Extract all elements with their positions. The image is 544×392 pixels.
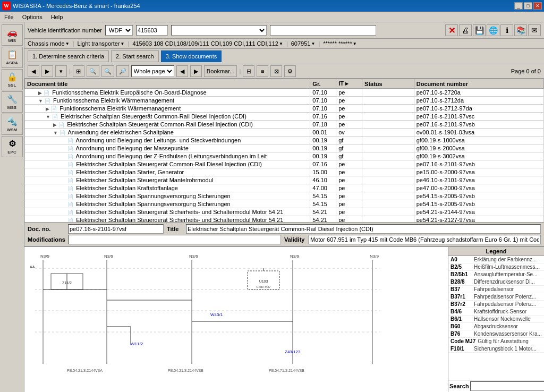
table-row[interactable]: ▼ 📄 Anwendung der elektrischen Schaltplä… [25,129,544,137]
svg-text:PE.54.71.S.2144VSB: PE.54.71.S.2144VSB [269,369,304,372]
zoom-out-button[interactable]: 🔍 [101,65,114,77]
zoom-select[interactable]: Whole page 50% 75% 100% 125% 150% [131,65,174,77]
network-button[interactable]: 🌐 [487,24,499,36]
table-row[interactable]: 📄 Elektrischer Schaltplan Spannungsverso… [25,192,544,200]
legend-item[interactable]: B4/6 Kraftstoffdruck-Sensor [448,308,544,316]
print-button[interactable]: 🖨 [459,24,472,36]
sidebar-item-mss[interactable]: 🔧 MSS [2,91,23,113]
chassis-mode-label: Chassis mode [28,40,65,47]
table-row[interactable]: ▶ 📄 Elektrischer Schaltplan Steuergerät … [25,121,544,129]
svg-text:N3/9: N3/9 [40,254,49,259]
table-wrapper[interactable]: Document title Gr. IT ▸ Status Document … [24,79,544,222]
col-status[interactable]: Status [362,79,414,89]
table-row[interactable]: 📄 Elektrischer Schaltplan Steuergerät Si… [25,216,544,223]
legend-item[interactable]: B28/8 Differenzdrucksensor Di... [448,278,544,286]
col-title[interactable]: Document title [25,79,310,89]
save-button[interactable]: 💾 [473,24,486,36]
table-row[interactable]: 📄 Anordnung und Belegung der Leitungs- u… [25,137,544,144]
vehicle-type-dropdown[interactable]: Light transporter ▼ [77,40,124,47]
table-row[interactable]: ▶ 📄 Funktionsschema Elektrik Europäische… [25,89,544,97]
legend-item[interactable]: B37 Fahrpedalsensor [448,286,544,293]
model-dropdown[interactable]: 415603 108 CDI,108/109/111 CDI,109 CDI,1… [132,40,283,47]
back-button[interactable]: ◀ [28,65,39,77]
mail-button[interactable]: ✉ [528,24,541,36]
legend-item[interactable]: B60 Abgasdrucksensor [448,323,544,330]
page-info: Page 0 of 0 [511,68,541,74]
vehicle-prefix-select[interactable]: WDF [105,25,133,36]
vehicle-extra-select[interactable] [171,25,267,36]
steps-toolbar: 1. Determine search criteria 2. Start se… [24,49,544,64]
settings-button[interactable]: ⚙ [284,65,296,77]
svg-text:W11/2: W11/2 [131,342,143,346]
table-row[interactable]: 📄 Elektrischer Schaltplan Spannungsverso… [25,200,544,208]
preview-canvas[interactable]: N3/9 N3/9 N3/9 N3/9 N3/9 [24,247,448,392]
table-row[interactable]: 📄 Elektrischer Schaltplan Steuergerät Ma… [25,176,544,184]
maximize-button[interactable]: □ [524,2,532,10]
legend-item[interactable]: A0 Erklärung der Farbkennz... [448,256,544,263]
col-gr[interactable]: Gr. [310,79,336,89]
clear-button[interactable]: ✕ [445,24,458,36]
table-row[interactable]: 📄 Anordnung und Belegung der Massepunkte… [25,144,544,152]
table-row[interactable]: ▼ 📄 Elektrischer Schaltplan Steuergerät … [25,113,544,121]
info-button[interactable]: ℹ [500,24,513,36]
legend-item[interactable]: B37r1 Fahrpedalsensor Potenz... [448,293,544,301]
table-row[interactable]: ▶ 📄 Funktionsschema Elektrik Wärmemanage… [25,105,544,113]
prev-page-button[interactable]: ◀ [176,65,188,77]
sidebar-item-epc[interactable]: ⚙ EPC [2,136,23,157]
legend-list[interactable]: A0 Erklärung der Farbkennz... B2/5 Heißf… [448,256,544,380]
table-row[interactable]: 📄 Elektrischer Schaltplan Steuergerät Si… [25,208,544,216]
vehicle-search-input[interactable] [270,25,376,36]
legend-item[interactable]: B37r2 Fahrpedalsensor Potenz... [448,301,544,308]
engine-label: 607951 [291,40,311,47]
sidebar-label-mss: MSS [7,105,16,110]
legend-item[interactable]: F10/1 Sicherungsblock 1 Motor... [448,345,544,353]
legend-item[interactable]: B76 Kondenswassersensor Kra... [448,330,544,338]
sidebar-item-asra[interactable]: 📋 ASRA [2,47,23,68]
close-button[interactable]: ✕ [533,2,542,10]
validity-input[interactable] [309,235,541,244]
home-button[interactable]: ▾ [55,65,67,77]
minimize-button[interactable]: _ [514,2,523,10]
zoom-in-button[interactable]: 🔎 [116,65,129,77]
list-button[interactable]: ≡ [257,65,268,77]
sidebar-item-wis[interactable]: 🚗 WIS [2,24,23,46]
step1-button[interactable]: 1. Determine search criteria [28,50,109,62]
col-docnum[interactable]: Document number [414,79,543,89]
menu-options[interactable]: Options [20,14,45,20]
grid-button[interactable]: ⊟ [243,65,254,77]
vin-input[interactable] [136,25,168,36]
extra-dropdown[interactable]: ****** ****** ▼ [323,40,356,47]
table-row[interactable]: 📄 Elektrischer Schaltplan Starter, Gener… [25,168,544,176]
title-input[interactable] [186,224,541,234]
table-row[interactable]: ▼ 📄 Funktionsschema Elektrik Wärmemanage… [25,97,544,105]
legend-item[interactable]: B2/5 Heißfilm-Luftmassenmess... [448,263,544,271]
split-button[interactable]: ⊠ [270,65,282,77]
legend-item[interactable]: Code MJ7 Gültig für Ausstattung [448,338,544,345]
doc-no-input[interactable] [68,224,164,234]
fwd-button[interactable]: ▶ [41,65,53,77]
chassis-mode-dropdown[interactable]: Chassis mode ▼ [28,40,70,47]
table-row[interactable]: 📄 Elektrischer Schaltplan Steuergerät Co… [25,160,544,168]
book-button[interactable]: 📚 [514,24,527,36]
legend-item[interactable]: B2/5b1 Ansauglufttemperatur-Se... [448,271,544,278]
table-row[interactable]: 📄 Anordnung und Belegung der Z-Endhülsen… [25,152,544,160]
table-row[interactable]: 📄 Elektrischer Schaltplan Kraftstoffanla… [25,184,544,192]
sidebar-item-wsm[interactable]: 🔩 WSM [2,114,23,135]
chassis-mode-arrow: ▼ [65,41,70,46]
legend-item[interactable]: B6/1 Hallsensor Nockenwelle [448,316,544,323]
step2-button[interactable]: 2. Start search [111,50,159,62]
extra-arrow: ▼ [353,41,357,46]
sidebar-item-ssl[interactable]: 🔒 SSL [2,69,23,90]
modifications-input[interactable] [69,235,281,244]
mss-icon: 🔧 [7,94,18,104]
menu-help[interactable]: Help [49,14,65,20]
layout-button[interactable]: ⊞ [73,65,84,77]
bookmark-button[interactable]: Bookmar... [204,65,237,77]
menu-file[interactable]: File [2,14,16,20]
step3-button[interactable]: 3. Show documents [161,50,222,62]
engine-dropdown[interactable]: 607951 ▼ [291,40,316,47]
search-doc-button[interactable]: 🔍 [87,65,99,77]
legend-search-input[interactable] [470,381,544,391]
next-page-button[interactable]: ▶ [190,65,202,77]
col-it[interactable]: IT ▸ [336,79,362,89]
